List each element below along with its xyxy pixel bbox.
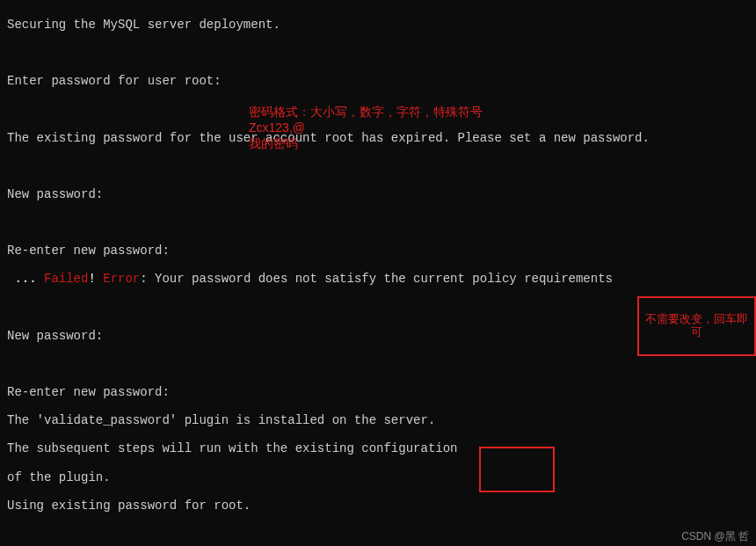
text-line bbox=[7, 46, 749, 60]
text-line: Enter password for user root: bbox=[7, 74, 749, 88]
text-line: The 'validate_password' plugin is instal… bbox=[7, 413, 749, 427]
no-change-annotation-box: 不需要改变，回车即可 bbox=[637, 296, 756, 356]
highlight-box bbox=[479, 447, 555, 492]
watermark: CSDN @黑 哲 bbox=[681, 531, 749, 543]
text-line: Using existing password for root. bbox=[7, 499, 749, 513]
password-format-annotation: 密码格式：大小写，数字，字符，特殊符号 Zcx123,@ 我的密码 bbox=[249, 104, 483, 152]
text-line: Re-enter new password: bbox=[7, 385, 749, 399]
text-line: of the plugin. bbox=[7, 470, 749, 484]
terminal-output[interactable]: Securing the MySQL server deployment. En… bbox=[7, 4, 749, 546]
text-line bbox=[7, 527, 749, 541]
text-line bbox=[7, 159, 749, 173]
text-line: Securing the MySQL server deployment. bbox=[7, 18, 749, 32]
text-line: New password: bbox=[7, 187, 749, 201]
text-line: Re-enter new password: bbox=[7, 244, 749, 258]
text-line: The subsequent steps will run with the e… bbox=[7, 441, 749, 455]
text-line: ... Failed! Error: Your password does no… bbox=[7, 272, 749, 286]
text-line bbox=[7, 357, 749, 371]
text-line bbox=[7, 215, 749, 229]
